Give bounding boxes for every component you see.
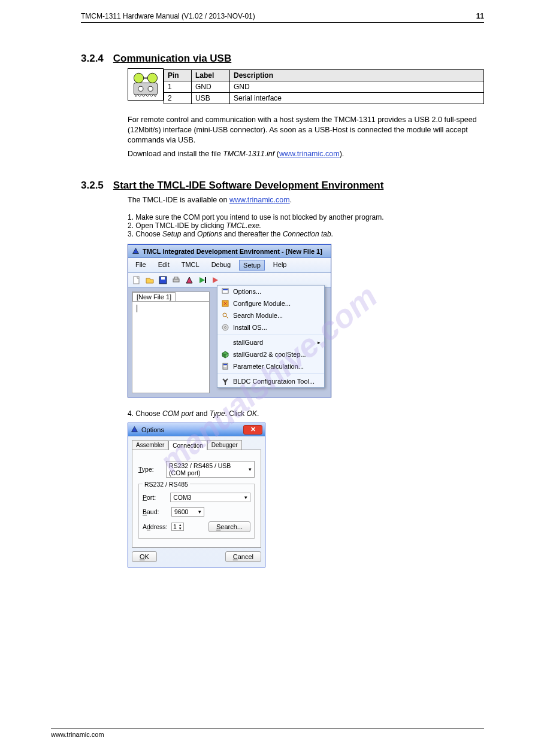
type-label: Type: (138, 466, 161, 473)
menu-parameter-calc[interactable]: Parameter Calculation... (217, 360, 324, 372)
header-left: TMCM-1311 Hardware Manual (V1.02 / 2013-… (81, 12, 255, 20)
type-select[interactable]: RS232 / RS485 / USB (COM port) (166, 461, 255, 478)
address-label: Address: (143, 523, 167, 530)
table-row: 2 USB Serial interface (164, 93, 484, 104)
svg-point-3 (148, 86, 153, 91)
svg-rect-10 (173, 279, 179, 282)
cd-icon (221, 323, 229, 332)
search-button[interactable]: Search... (208, 521, 250, 532)
th-label: Label (192, 70, 230, 81)
svg-rect-22 (223, 366, 225, 367)
svg-rect-14 (223, 289, 228, 290)
app-icon (131, 426, 138, 433)
menu-configure-module[interactable]: Configure Module... (217, 297, 324, 309)
calculator-icon (221, 362, 229, 371)
editor-tabs[interactable]: [New File 1] | (132, 292, 210, 393)
menu-stallguard[interactable]: stallGuard (217, 336, 324, 348)
tab-assembler[interactable]: Assembler (132, 440, 168, 450)
cube-icon (221, 350, 229, 359)
options-icon (221, 287, 229, 296)
usb-connector-icon (128, 68, 164, 101)
baud-select[interactable]: 9600 (171, 507, 204, 517)
svg-point-2 (138, 86, 143, 91)
page-header: TMCM-1311 Hardware Manual (V1.02 / 2013-… (81, 12, 484, 23)
search-icon (221, 311, 229, 320)
svg-marker-25 (132, 427, 138, 432)
options-dialog: Options ✕ Assembler Connection Debugger … (128, 423, 265, 567)
save-icon[interactable] (158, 275, 168, 285)
svg-rect-9 (161, 277, 165, 280)
th-pin: Pin (164, 70, 192, 81)
svg-rect-23 (225, 366, 226, 367)
print-icon[interactable] (171, 275, 181, 285)
new-icon[interactable] (132, 275, 141, 285)
tab-debugger[interactable]: Debugger (207, 440, 242, 450)
menu-options[interactable]: Options... (217, 286, 324, 297)
spin-arrows[interactable]: ▲▼ (179, 523, 182, 530)
svg-rect-11 (174, 277, 178, 279)
menu-setup[interactable]: Setup (239, 260, 265, 271)
sec-title: Communication via USB (113, 53, 231, 65)
svg-rect-7 (134, 277, 139, 284)
port-label: Port: (143, 494, 165, 501)
ide-title: TMCL Integrated Development Environment … (143, 248, 322, 255)
assemble-icon[interactable] (185, 275, 194, 285)
menubar[interactable]: File Edit TMCL Debug Setup Help (128, 258, 331, 273)
trinamic-link[interactable]: www.trinamic.com (279, 150, 340, 158)
menu-help[interactable]: Help (270, 260, 291, 271)
sec-title-2: Start the TMCL-IDE Software Development … (113, 180, 384, 192)
dialog-tabs[interactable]: Assembler Connection Debugger (128, 436, 265, 450)
port-select[interactable]: COM3 (170, 493, 250, 502)
editor-tab[interactable]: [New File 1] (132, 292, 176, 301)
menu-tmcl[interactable]: TMCL (178, 260, 203, 271)
footer-left: www.trinamic.com (51, 731, 104, 738)
svg-marker-6 (133, 248, 139, 254)
menu-bldc-config[interactable]: BLDC Configurataion Tool... (217, 375, 324, 387)
baud-label: Baud: (143, 508, 167, 515)
download-icon[interactable] (198, 275, 207, 285)
svg-point-4 (134, 73, 143, 83)
svg-point-19 (225, 327, 226, 329)
paragraph-usb: For remote control and communication wit… (128, 115, 484, 145)
svg-rect-1 (134, 83, 157, 95)
close-icon[interactable]: ✕ (243, 425, 262, 435)
step1: 1. Make sure the COM port you intend to … (128, 213, 484, 221)
paragraph-download: Download and install the file TMCM-1311.… (128, 149, 484, 159)
address-spin[interactable]: 1 ▲▼ (171, 523, 184, 531)
editor-area[interactable]: | (132, 302, 209, 315)
intro: The TMCL-IDE is available on www.trinami… (128, 195, 484, 205)
header-right: 11 (476, 12, 484, 20)
sec-num-2: 3.2.5 (81, 180, 104, 192)
svg-point-5 (147, 73, 157, 83)
svg-line-17 (226, 316, 228, 318)
fan-icon (221, 377, 229, 385)
cancel-button[interactable]: Cancel (225, 551, 261, 562)
menu-file[interactable]: File (132, 260, 150, 271)
menu-debug[interactable]: Debug (208, 260, 234, 271)
table-row: 1 GND GND (164, 81, 484, 93)
ok-button[interactable]: OK (132, 551, 157, 562)
sec-num: 3.2.4 (81, 53, 104, 65)
step3: 3. Choose Setup and Options and thereaft… (128, 230, 484, 238)
svg-rect-21 (223, 364, 227, 365)
group-label: RS232 / RS485 (143, 481, 190, 488)
step2: 2. Open TMCL-IDE by clicking TMCL.exe. (128, 221, 484, 230)
svg-rect-12 (205, 277, 206, 283)
pin-table: Pin Label Description 1 GND GND 2 USB Se… (164, 69, 484, 104)
setup-menu-dropdown[interactable]: Options... Configure Module... Search Mo… (217, 285, 325, 388)
configure-icon (221, 299, 229, 308)
page-footer: www.trinamic.com (51, 728, 484, 738)
menu-edit[interactable]: Edit (155, 260, 173, 271)
tab-connection[interactable]: Connection (168, 441, 207, 450)
th-desc: Description (230, 70, 484, 81)
app-icon (132, 247, 140, 255)
step4: 4. Choose COM port and Type. Click OK. (128, 409, 484, 418)
menu-search-module[interactable]: Search Module... (217, 309, 324, 321)
open-icon[interactable] (145, 275, 155, 285)
run-icon[interactable] (211, 275, 220, 285)
menu-sg2-coolstep[interactable]: stallGuard2 & coolStep... (217, 348, 324, 360)
dialog-title: Options (141, 426, 164, 433)
trinamic-link-2[interactable]: www.trinamic.com (229, 196, 290, 204)
menu-install-os[interactable]: Install OS... (217, 321, 324, 333)
